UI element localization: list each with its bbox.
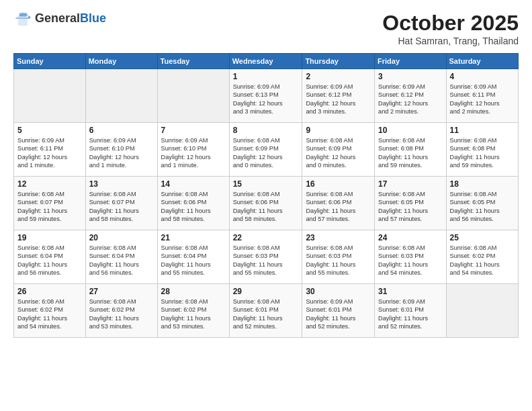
day-info: Sunrise: 6:08 AM Sunset: 6:05 PM Dayligh… <box>450 190 515 224</box>
day-info: Sunrise: 6:08 AM Sunset: 6:06 PM Dayligh… <box>306 190 371 224</box>
day-number: 7 <box>161 126 226 135</box>
day-info: Sunrise: 6:08 AM Sunset: 6:05 PM Dayligh… <box>378 190 442 224</box>
day-number: 20 <box>89 233 154 242</box>
day-info: Sunrise: 6:09 AM Sunset: 6:12 PM Dayligh… <box>378 83 442 116</box>
day-number: 26 <box>17 287 82 296</box>
calendar-cell: 11Sunrise: 6:08 AM Sunset: 6:08 PM Dayli… <box>446 123 518 177</box>
calendar-cell: 7Sunrise: 6:09 AM Sunset: 6:10 PM Daylig… <box>157 123 229 177</box>
weekday-header-tuesday: Tuesday <box>157 54 229 69</box>
day-number: 10 <box>378 126 442 135</box>
calendar-cell <box>157 69 229 123</box>
calendar-cell: 10Sunrise: 6:08 AM Sunset: 6:08 PM Dayli… <box>375 123 446 177</box>
day-info: Sunrise: 6:09 AM Sunset: 6:13 PM Dayligh… <box>233 83 299 116</box>
title-block: October 2025 Hat Samran, Trang, Thailand <box>382 11 519 46</box>
calendar-header: SundayMondayTuesdayWednesdayThursdayFrid… <box>14 54 519 69</box>
day-info: Sunrise: 6:08 AM Sunset: 6:04 PM Dayligh… <box>17 244 82 277</box>
day-info: Sunrise: 6:08 AM Sunset: 6:04 PM Dayligh… <box>161 244 226 277</box>
calendar-cell: 12Sunrise: 6:08 AM Sunset: 6:07 PM Dayli… <box>14 177 86 230</box>
calendar-cell: 28Sunrise: 6:08 AM Sunset: 6:02 PM Dayli… <box>157 284 229 338</box>
day-number: 16 <box>306 179 371 189</box>
calendar-cell: 4Sunrise: 6:09 AM Sunset: 6:11 PM Daylig… <box>446 69 518 123</box>
logo-blue: Blue <box>80 11 106 25</box>
day-number: 27 <box>89 287 154 296</box>
month-title: October 2025 <box>382 11 519 36</box>
day-number: 5 <box>17 126 82 135</box>
day-info: Sunrise: 6:09 AM Sunset: 6:10 PM Dayligh… <box>161 136 226 170</box>
day-number: 15 <box>233 179 299 189</box>
weekday-header-saturday: Saturday <box>446 54 518 69</box>
day-number: 4 <box>450 72 515 81</box>
day-number: 3 <box>378 72 442 81</box>
day-number: 17 <box>378 179 442 189</box>
day-number: 21 <box>161 233 226 242</box>
logo-text: GeneralBlue <box>35 12 106 26</box>
day-info: Sunrise: 6:08 AM Sunset: 6:08 PM Dayligh… <box>450 136 515 170</box>
day-info: Sunrise: 6:08 AM Sunset: 6:02 PM Dayligh… <box>17 298 82 331</box>
calendar-cell: 18Sunrise: 6:08 AM Sunset: 6:05 PM Dayli… <box>446 177 518 230</box>
day-number: 8 <box>233 126 299 135</box>
day-info: Sunrise: 6:08 AM Sunset: 6:09 PM Dayligh… <box>233 136 299 170</box>
day-info: Sunrise: 6:08 AM Sunset: 6:09 PM Dayligh… <box>306 136 371 170</box>
day-info: Sunrise: 6:09 AM Sunset: 6:01 PM Dayligh… <box>306 298 371 331</box>
weekday-header-wednesday: Wednesday <box>229 54 302 69</box>
weekday-header-monday: Monday <box>85 54 157 69</box>
calendar-cell: 1Sunrise: 6:09 AM Sunset: 6:13 PM Daylig… <box>229 69 302 123</box>
day-number: 18 <box>450 179 515 189</box>
logo-general: General <box>35 11 80 25</box>
day-number: 13 <box>89 179 154 189</box>
day-info: Sunrise: 6:08 AM Sunset: 6:02 PM Dayligh… <box>450 244 515 277</box>
calendar-cell: 23Sunrise: 6:08 AM Sunset: 6:03 PM Dayli… <box>302 230 375 284</box>
calendar-cell: 6Sunrise: 6:09 AM Sunset: 6:10 PM Daylig… <box>85 123 157 177</box>
calendar-cell: 21Sunrise: 6:08 AM Sunset: 6:04 PM Dayli… <box>157 230 229 284</box>
calendar-cell: 25Sunrise: 6:08 AM Sunset: 6:02 PM Dayli… <box>446 230 518 284</box>
day-number: 2 <box>306 72 371 81</box>
calendar-cell: 30Sunrise: 6:09 AM Sunset: 6:01 PM Dayli… <box>302 284 375 338</box>
location-subtitle: Hat Samran, Trang, Thailand <box>382 36 519 46</box>
day-number: 12 <box>17 179 82 189</box>
day-number: 29 <box>233 287 299 296</box>
calendar-cell <box>14 69 86 123</box>
day-number: 24 <box>378 233 442 242</box>
day-info: Sunrise: 6:08 AM Sunset: 6:03 PM Dayligh… <box>378 244 442 277</box>
calendar-cell: 16Sunrise: 6:08 AM Sunset: 6:06 PM Dayli… <box>302 177 375 230</box>
calendar-week-row: 5Sunrise: 6:09 AM Sunset: 6:11 PM Daylig… <box>14 123 519 177</box>
logo: GeneralBlue <box>13 11 106 27</box>
day-number: 11 <box>450 126 515 135</box>
day-info: Sunrise: 6:08 AM Sunset: 6:07 PM Dayligh… <box>89 190 154 224</box>
calendar-cell: 13Sunrise: 6:08 AM Sunset: 6:07 PM Dayli… <box>85 177 157 230</box>
day-number: 22 <box>233 233 299 242</box>
calendar-week-row: 26Sunrise: 6:08 AM Sunset: 6:02 PM Dayli… <box>14 284 519 338</box>
day-number: 30 <box>306 287 371 296</box>
calendar-cell: 20Sunrise: 6:08 AM Sunset: 6:04 PM Dayli… <box>85 230 157 284</box>
day-info: Sunrise: 6:08 AM Sunset: 6:03 PM Dayligh… <box>233 244 299 277</box>
day-info: Sunrise: 6:08 AM Sunset: 6:01 PM Dayligh… <box>233 298 299 331</box>
day-number: 28 <box>161 287 226 296</box>
calendar-week-row: 12Sunrise: 6:08 AM Sunset: 6:07 PM Dayli… <box>14 177 519 230</box>
day-info: Sunrise: 6:08 AM Sunset: 6:04 PM Dayligh… <box>89 244 154 277</box>
weekday-header-thursday: Thursday <box>302 54 375 69</box>
day-number: 6 <box>89 126 154 135</box>
weekday-header-friday: Friday <box>375 54 446 69</box>
calendar-cell: 22Sunrise: 6:08 AM Sunset: 6:03 PM Dayli… <box>229 230 302 284</box>
day-info: Sunrise: 6:08 AM Sunset: 6:02 PM Dayligh… <box>161 298 226 331</box>
calendar-cell: 14Sunrise: 6:08 AM Sunset: 6:06 PM Dayli… <box>157 177 229 230</box>
calendar-cell: 17Sunrise: 6:08 AM Sunset: 6:05 PM Dayli… <box>375 177 446 230</box>
header: GeneralBlue October 2025 Hat Samran, Tra… <box>13 11 519 46</box>
day-info: Sunrise: 6:09 AM Sunset: 6:12 PM Dayligh… <box>306 83 371 116</box>
calendar-cell: 24Sunrise: 6:08 AM Sunset: 6:03 PM Dayli… <box>375 230 446 284</box>
calendar-week-row: 1Sunrise: 6:09 AM Sunset: 6:13 PM Daylig… <box>14 69 519 123</box>
page: GeneralBlue October 2025 Hat Samran, Tra… <box>0 0 532 411</box>
day-number: 23 <box>306 233 371 242</box>
calendar-cell: 31Sunrise: 6:09 AM Sunset: 6:01 PM Dayli… <box>375 284 446 338</box>
day-info: Sunrise: 6:08 AM Sunset: 6:03 PM Dayligh… <box>306 244 371 277</box>
calendar-cell: 5Sunrise: 6:09 AM Sunset: 6:11 PM Daylig… <box>14 123 86 177</box>
calendar-cell <box>446 284 518 338</box>
day-number: 9 <box>306 126 371 135</box>
day-number: 31 <box>378 287 442 296</box>
day-info: Sunrise: 6:09 AM Sunset: 6:11 PM Dayligh… <box>17 136 82 170</box>
day-info: Sunrise: 6:08 AM Sunset: 6:06 PM Dayligh… <box>233 190 299 224</box>
calendar-cell: 19Sunrise: 6:08 AM Sunset: 6:04 PM Dayli… <box>14 230 86 284</box>
calendar-cell: 2Sunrise: 6:09 AM Sunset: 6:12 PM Daylig… <box>302 69 375 123</box>
calendar-cell: 3Sunrise: 6:09 AM Sunset: 6:12 PM Daylig… <box>375 69 446 123</box>
calendar-cell: 15Sunrise: 6:08 AM Sunset: 6:06 PM Dayli… <box>229 177 302 230</box>
